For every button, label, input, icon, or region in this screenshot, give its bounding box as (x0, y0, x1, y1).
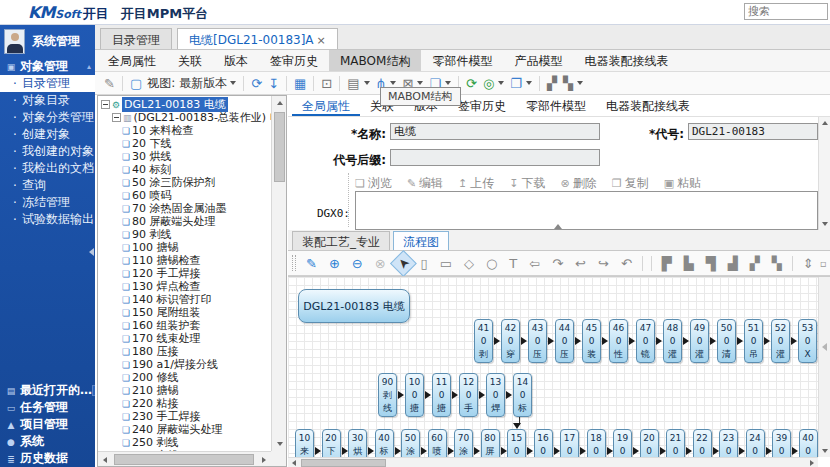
flow-root-node[interactable]: DGL21-00183 电缆 (298, 289, 410, 323)
align-middle-icon[interactable]: ▚ (768, 254, 786, 273)
tree-item[interactable]: ❏200 修线 (98, 371, 271, 384)
scroll-up-icon[interactable] (819, 117, 830, 129)
process-tab[interactable]: 流程图 (393, 231, 449, 250)
module-tab[interactable]: MABOM结构 (329, 50, 421, 71)
flow-node[interactable]: 230手 (719, 429, 738, 457)
suffix-field[interactable] (390, 149, 600, 166)
flow-node[interactable]: 220粘 (693, 429, 712, 457)
flow-node[interactable]: 60喷码 (428, 429, 447, 457)
collapse-expander-icon[interactable] (101, 100, 110, 109)
db-edit-icon[interactable]: ▚ (563, 77, 573, 90)
sidebar-item[interactable]: ·冻结管理 (0, 194, 95, 211)
file-button[interactable]: ⊗删除 (561, 175, 597, 192)
module-tab[interactable]: 零部件模型 (421, 50, 503, 71)
code-field[interactable] (688, 123, 818, 140)
search-doc-icon[interactable]: ◎ (483, 77, 494, 90)
flow-node[interactable]: 510吊 (744, 319, 763, 363)
process-shape-icon[interactable]: ▯ (417, 254, 432, 273)
chevron-down-icon[interactable] (417, 81, 423, 85)
flow-node[interactable]: 200修 (640, 429, 659, 457)
scroll-down-icon[interactable] (819, 218, 830, 230)
detail-tab[interactable]: 电器装配接线表 (596, 95, 700, 116)
scroll-thumb[interactable] (114, 454, 254, 465)
file-button[interactable]: ❐复制 (612, 175, 649, 192)
process-tab[interactable]: 装配工艺_专业 (292, 231, 390, 250)
arrow-return-icon[interactable]: ↩ (571, 254, 590, 273)
flow-node[interactable]: 120手 (459, 373, 478, 417)
chevron-down-icon[interactable] (498, 81, 504, 85)
flow-node[interactable]: 210搪 (666, 429, 685, 457)
file-button[interactable]: ↧下载 (509, 175, 545, 192)
tree-item[interactable]: ❏30 烘线 (98, 150, 271, 163)
module-tab[interactable]: 产品模型 (503, 50, 573, 71)
module-tab[interactable]: 电器装配接线表 (573, 50, 679, 71)
flow-node[interactable]: 150尾 (507, 429, 526, 457)
panel-toggle-icon[interactable]: ▫ (820, 258, 827, 269)
flow-node[interactable]: 240屏 (746, 429, 765, 457)
module-tab[interactable]: 签审历史 (259, 50, 329, 71)
flow-node[interactable]: 20下线 (322, 429, 341, 457)
sidebar-group[interactable]: ≣历史数据 (0, 450, 95, 467)
flow-node[interactable]: 40标刻 (375, 429, 394, 457)
module-tab[interactable]: 关联 (167, 50, 213, 71)
chevron-down-icon[interactable] (390, 81, 396, 85)
terminal-shape-icon[interactable]: ▭ (436, 254, 456, 273)
scroll-thumb[interactable] (274, 112, 285, 182)
sidebar-item[interactable]: ·试验数据输出… (0, 211, 95, 228)
distribute-vertical-icon[interactable]: ⇕ (799, 254, 818, 273)
flow-node[interactable]: 500清 (717, 319, 736, 363)
arrow-forward-icon[interactable]: ↪ (594, 254, 613, 273)
scroll-right-icon[interactable] (257, 452, 271, 467)
tree-item[interactable]: ❏20 下线 (98, 137, 271, 150)
scroll-down-icon[interactable] (819, 445, 830, 457)
flow-node[interactable]: 30烘线 (348, 429, 367, 457)
arrow-hop-icon[interactable]: ↷ (548, 254, 567, 273)
sidebar-group[interactable]: ▤最近打开的…▾ (0, 382, 95, 399)
sidebar-group-object-management[interactable]: ▣ 对象管理 ▴ (0, 58, 95, 75)
text-tool-icon[interactable]: T (505, 254, 521, 273)
flow-node[interactable]: 480灌 (663, 319, 682, 363)
sidebar-item[interactable]: ·我创建的对象 (0, 143, 95, 160)
database-icon[interactable]: ▤ (347, 77, 359, 90)
module-tab[interactable]: 版本 (213, 50, 259, 71)
arrow-left-icon[interactable]: ⇦ (525, 254, 544, 273)
tree-horizontal-scrollbar[interactable] (98, 451, 271, 466)
tab-catalog-management[interactable]: 目录管理 (100, 28, 172, 49)
sidebar-item[interactable]: ·查询 (0, 177, 95, 194)
tree-item[interactable]: ❏190 a1/焊接分线 (98, 358, 271, 371)
sidebar-item[interactable]: ·我检出的文档 (0, 160, 95, 177)
file-button[interactable]: ▣粘贴 (664, 175, 701, 192)
edit-flow-icon[interactable]: ✎ (302, 254, 321, 273)
tree-item[interactable]: ❏50 涂三防保护剂 (98, 176, 271, 189)
scroll-thumb[interactable] (301, 459, 386, 467)
view-value[interactable]: 最新版本 (179, 75, 227, 92)
canvas-vertical-scrollbar[interactable] (818, 277, 830, 457)
scroll-left-icon[interactable] (288, 458, 300, 467)
chevron-down-icon[interactable] (445, 81, 451, 85)
search-refresh-icon[interactable]: ⟳ (466, 77, 477, 90)
flow-node[interactable]: 140标 (513, 373, 532, 417)
sidebar-item[interactable]: ·创建对象 (0, 126, 95, 143)
doc-sync-icon[interactable]: ⟳ (251, 77, 262, 90)
scroll-up-icon[interactable] (272, 96, 287, 110)
diamond-shape-icon[interactable]: ◇ (460, 254, 478, 273)
chevron-down-icon[interactable] (526, 81, 532, 85)
sidebar-item[interactable]: ·对象目录 (0, 92, 95, 109)
table-icon[interactable]: ▦ (294, 77, 306, 90)
chevron-down-icon[interactable] (364, 81, 370, 85)
doc-save-icon[interactable]: ↧ (268, 77, 279, 90)
flow-node[interactable]: 410剥 (474, 319, 493, 363)
flowchart-grid[interactable]: DGL21-00183 电缆 410剥420穿430压440压450装460性4… (288, 277, 818, 457)
sidebar-group[interactable]: ●系统 (0, 433, 95, 450)
copy-doc-icon[interactable]: ❐ (510, 77, 522, 90)
flow-node[interactable]: 70涂热 (454, 429, 473, 457)
tree-item[interactable]: ❏250 剥线 (98, 436, 271, 449)
align-top-icon[interactable]: ▜ (702, 254, 720, 273)
flow-node[interactable]: 390剥 (772, 429, 791, 457)
flow-node[interactable]: 80屏蔽 (481, 429, 500, 457)
sidebar-item[interactable]: ·目录管理 (0, 75, 95, 92)
zoom-in-icon[interactable]: ⊕ (325, 254, 344, 273)
tree-item[interactable]: ❏210 搪锡 (98, 384, 271, 397)
flow-node[interactable]: 190修 (613, 429, 632, 457)
dgx0-textarea[interactable] (355, 191, 818, 230)
